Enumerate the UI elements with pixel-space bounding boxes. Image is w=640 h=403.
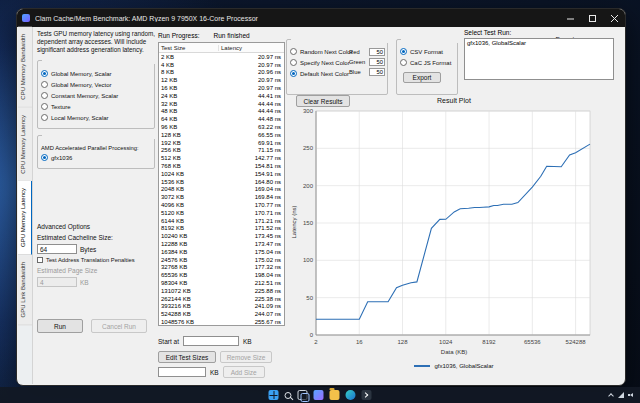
table-row[interactable]: 16384 KB175.04 ns (159, 248, 284, 256)
green-label: Green (349, 59, 365, 65)
translation-penalties-checkbox[interactable] (37, 257, 43, 263)
table-row[interactable]: 3072 KB169.84 ns (159, 193, 284, 201)
volume-icon[interactable] (628, 392, 634, 398)
table-row[interactable]: 4 KB20.97 ns (159, 61, 284, 69)
table-row[interactable]: 16 KB20.97 ns (159, 84, 284, 92)
table-row[interactable]: 768 KB154.81 ns (159, 162, 284, 170)
x-tick-label: 128 (398, 339, 409, 345)
blue-row: Blue50 (349, 67, 385, 77)
table-row[interactable]: 65536 KB198.04 ns (159, 271, 284, 279)
radio-cac-js-format[interactable]: CaC JS Format (400, 59, 451, 66)
cell-latency: 169.04 ns (219, 186, 284, 192)
radio-random-next-color[interactable]: Random Next Color (290, 48, 353, 55)
advanced-options-title: Advanced Options (37, 223, 155, 230)
radio-texture[interactable]: Texture (41, 103, 151, 110)
table-row[interactable]: 6144 KB171.21 ns (159, 217, 284, 225)
column-test-size[interactable]: Test Size (159, 45, 219, 51)
cell-latency: 212.51 ns (219, 280, 284, 286)
cell-latency: 69.91 ns (219, 140, 284, 146)
table-row[interactable]: 32 KB44.44 ns (159, 100, 284, 108)
table-row[interactable]: 24 KB44.41 ns (159, 92, 284, 100)
radio-default-next-color[interactable]: Default Next Color (290, 70, 353, 77)
table-row[interactable]: 512 KB142.77 ns (159, 154, 284, 162)
start-at-input[interactable] (183, 336, 239, 346)
radio-constant-memory-scalar[interactable]: Constant Memory, Scalar (41, 92, 151, 99)
task-view-icon[interactable] (298, 390, 308, 400)
table-row[interactable]: 10240 KB173.45 ns (159, 232, 284, 240)
cell-test-size: 32768 KB (159, 264, 219, 270)
test-run-listbox[interactable]: gfx1036, GlobalScalar (464, 38, 614, 80)
search-icon[interactable] (285, 392, 292, 399)
table-row[interactable]: 128 KB66.55 ns (159, 131, 284, 139)
table-row[interactable]: 524288 KB244.07 ns (159, 310, 284, 318)
blue-value-input[interactable]: 50 (369, 68, 385, 76)
table-row[interactable]: 24576 KB175.02 ns (159, 256, 284, 264)
terminal-icon[interactable] (362, 390, 372, 400)
results-table-header[interactable]: Test Size Latency (159, 43, 284, 53)
translation-penalties-option[interactable]: Test Address Translation Penalties (37, 257, 155, 263)
cell-test-size: 256 KB (159, 147, 219, 153)
title-bar[interactable]: Clam Cache/Mem Benchmark: AMD Ryzen 9 79… (17, 9, 625, 27)
result-plot: 0501001502002503002161281024819265536524… (290, 107, 618, 349)
test-run-item[interactable]: gfx1036, GlobalScalar (465, 39, 613, 47)
network-icon[interactable] (618, 392, 624, 398)
table-row[interactable]: 262144 KB225.38 ns (159, 295, 284, 303)
table-row[interactable]: 32768 KB177.32 ns (159, 264, 284, 272)
export-button[interactable]: Export (403, 72, 441, 83)
red-value-input[interactable]: 50 (369, 48, 385, 56)
cell-test-size: 524288 KB (159, 311, 219, 317)
cell-test-size: 512 KB (159, 155, 219, 161)
table-row[interactable]: 98304 KB212.51 ns (159, 279, 284, 287)
chart-color-options: Random Next ColorSpecify Next ColorDefau… (290, 48, 353, 81)
table-row[interactable]: 4096 KB170.77 ns (159, 201, 284, 209)
table-row[interactable]: 192 KB69.91 ns (159, 139, 284, 147)
add-size-input[interactable] (158, 367, 206, 377)
table-row[interactable]: 64 KB44.48 ns (159, 115, 284, 123)
start-icon[interactable] (269, 390, 279, 400)
tab-cpu-memory-latency[interactable]: CPU Memory Latency (18, 108, 32, 182)
cell-test-size: 1024 KB (159, 171, 219, 177)
radio-csv-format[interactable]: CSV Format (400, 48, 451, 55)
radio-global-memory-scalar[interactable]: Global Memory, Scalar (41, 70, 151, 77)
minimize-button[interactable] (559, 9, 581, 27)
table-row[interactable]: 5120 KB170.71 ns (159, 209, 284, 217)
tab-gpu-link-bandwidth[interactable]: GPU Link Bandwidth (18, 255, 32, 325)
table-row[interactable]: 2 KB20.97 ns (159, 53, 284, 61)
table-row[interactable]: 8192 KB171.52 ns (159, 225, 284, 233)
table-row[interactable]: 12 KB20.97 ns (159, 76, 284, 84)
radio-gfx1036[interactable]: gfx1036 (41, 154, 151, 161)
table-row[interactable]: 131072 KB225.88 ns (159, 287, 284, 295)
table-row[interactable]: 1024 KB154.91 ns (159, 170, 284, 178)
cell-test-size: 98304 KB (159, 280, 219, 286)
widgets-icon[interactable] (314, 390, 324, 400)
maximize-button[interactable] (581, 9, 603, 27)
memory-access-options: Global Memory, ScalarGlobal Memory, Vect… (41, 70, 151, 121)
file-explorer-icon[interactable] (330, 390, 340, 400)
column-latency[interactable]: Latency (219, 45, 284, 51)
close-button[interactable] (603, 9, 625, 27)
table-row[interactable]: 393216 KB241.09 ns (159, 303, 284, 311)
green-value-input[interactable]: 50 (369, 58, 385, 66)
table-row[interactable]: 8 KB20.96 ns (159, 69, 284, 77)
radio-icon (41, 92, 48, 99)
radio-global-memory-vector[interactable]: Global Memory, Vector (41, 81, 151, 88)
table-row[interactable]: 12288 KB173.47 ns (159, 240, 284, 248)
window-title: Clam Cache/Mem Benchmark: AMD Ryzen 9 79… (35, 15, 559, 22)
table-row[interactable]: 1048576 KB255.67 ns (159, 318, 284, 326)
table-row[interactable]: 256 KB71.15 ns (159, 147, 284, 155)
radio-specify-next-color[interactable]: Specify Next Color (290, 59, 353, 66)
edge-icon[interactable] (346, 390, 356, 400)
table-row[interactable]: 2048 KB169.04 ns (159, 186, 284, 194)
table-row[interactable]: 48 KB44.44 ns (159, 108, 284, 116)
run-button[interactable]: Run (37, 319, 83, 333)
cell-latency: 198.04 ns (219, 272, 284, 278)
tab-cpu-memory-bandwidth[interactable]: CPU Memory Bandwidth (18, 27, 32, 108)
select-test-run-label: Select Test Run: (464, 29, 511, 36)
cacheline-size-input[interactable]: 64 (37, 244, 77, 254)
tab-gpu-memory-latency[interactable]: GPU Memory Latency (18, 181, 32, 255)
radio-local-memory-scalar[interactable]: Local Memory, Scalar (41, 114, 151, 121)
table-row[interactable]: 96 KB63.22 ns (159, 123, 284, 131)
table-row[interactable]: 1536 KB164.80 ns (159, 178, 284, 186)
chevron-up-icon[interactable] (608, 392, 614, 398)
edit-test-sizes-button[interactable]: Edit Test Sizes (158, 351, 216, 363)
